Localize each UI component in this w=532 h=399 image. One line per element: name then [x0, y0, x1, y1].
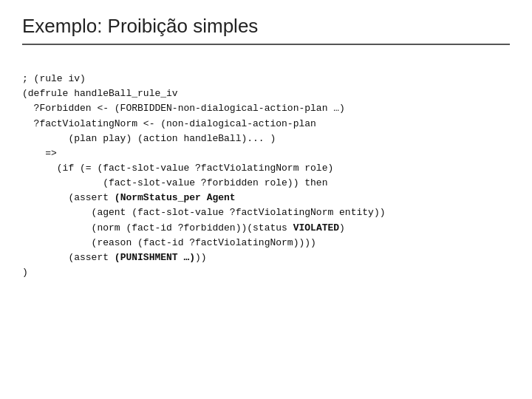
code-block: ; (rule iv) (defrule handleBall_rule_iv …: [22, 57, 510, 295]
page-title: Exemplo: Proibição simples: [22, 15, 510, 38]
code-line-12: (reason (fact-id ?factViolatingNorm)))): [22, 237, 316, 248]
code-line-11: (norm (fact-id ?forbidden))(status VIOLA…: [22, 222, 345, 233]
title-divider: [22, 44, 510, 45]
code-line-3: ?Forbidden <- (FORBIDDEN-non-dialogical-…: [22, 103, 345, 114]
code-line-9: (assert (NormStatus_per Agent: [22, 192, 236, 203]
code-line-13: (assert (PUNISHMENT …))): [22, 252, 207, 263]
code-line-1: ; (rule iv): [22, 73, 86, 84]
code-line-14: ): [22, 267, 28, 278]
code-line-8: (fact-slot-value ?forbidden role)) then: [22, 177, 327, 188]
code-line-2: (defrule handleBall_rule_iv: [22, 88, 178, 99]
code-line-10: (agent (fact-slot-value ?factViolatingNo…: [22, 207, 385, 218]
code-line-7: (if (= (fact-slot-value ?factViolatingNo…: [22, 163, 333, 174]
page-container: Exemplo: Proibição simples ; (rule iv) (…: [0, 0, 532, 399]
code-line-5: (plan play) (action handleBall)... ): [22, 133, 276, 144]
code-line-6: =>: [22, 148, 57, 159]
code-line-4: ?factViolatingNorm <- (non-dialogical-ac…: [22, 118, 316, 129]
